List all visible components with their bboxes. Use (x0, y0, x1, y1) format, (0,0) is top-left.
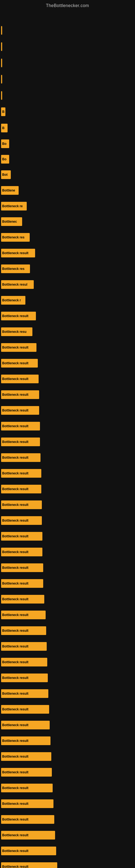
site-title: TheBottlenecker.com (0, 0, 135, 10)
bar-row: Bottleneck result (1, 484, 41, 494)
bar-row: Bottleneck result (1, 358, 38, 368)
bar-row: Bottlene (1, 185, 18, 195)
bar-label: B (2, 110, 5, 114)
bottleneck-bar (1, 59, 2, 67)
bottleneck-bar: Bottleneck result (1, 705, 49, 714)
bar-label: Bottleneck resul (2, 283, 27, 286)
bar-row: B (1, 123, 8, 133)
bar-row: Bottleneck result (1, 783, 53, 793)
bottleneck-bar: Bottleneck result (1, 737, 50, 745)
bottleneck-bar: Bottleneck resul (1, 280, 34, 289)
bar-row: Bottleneck result (1, 704, 49, 714)
bottleneck-bar: Bottleneck result (1, 249, 35, 257)
bar-row: Bottleneck result (1, 374, 39, 384)
bar-row: Bottleneck result (1, 342, 37, 352)
bottleneck-bar: Bottleneck result (1, 437, 40, 446)
bar-row: B (1, 106, 5, 117)
bottleneck-bar: Bottleneck result (1, 548, 42, 556)
bar-label: Bottleneck result (2, 487, 28, 491)
bottleneck-bar: Bottleneck result (1, 846, 56, 855)
bar-row (1, 90, 2, 101)
bar-row: Bo (1, 154, 9, 164)
bar-row: Bottleneck result (1, 814, 54, 825)
bottleneck-bar: B (1, 107, 5, 116)
bar-label: Bot (2, 173, 8, 177)
bar-row: Bottleneck result (1, 405, 39, 415)
bottleneck-bar: Bottleneck result (1, 674, 48, 682)
bar-row: Bottleneck resul (1, 279, 34, 290)
bar-label: Bottleneck result (2, 503, 28, 507)
bottleneck-bar (1, 75, 2, 84)
bottleneck-bar: Bottleneck result (1, 752, 51, 761)
bar-row: Bottleneck result (1, 688, 48, 699)
bar-row: Bottleneck res (1, 264, 30, 274)
bar-row (1, 74, 2, 84)
bar-label: Bottleneck result (2, 408, 28, 412)
bottleneck-bar: Bottleneck result (1, 390, 39, 399)
bottleneck-bar: Bottleneck result (1, 516, 42, 525)
bottleneck-bar: Bottleneck result (1, 768, 52, 777)
bar-row (1, 25, 2, 35)
bottleneck-bar: Bottleneck result (1, 375, 39, 383)
bar-label: Bottleneck result (2, 471, 28, 475)
bottleneck-bar: Bottleneck result (1, 626, 46, 635)
bottleneck-bar: Bottleneck result (1, 721, 50, 730)
bar-row: Bottleneck result (1, 830, 55, 840)
bar-label: Bottleneck result (2, 755, 28, 758)
bar-row: Bottleneck result (1, 641, 47, 652)
bottleneck-bar: Bottleneck result (1, 799, 53, 808)
bar-row (1, 58, 2, 68)
bottleneck-bar: Bo (1, 140, 9, 148)
bar-label: Bottleneck result (2, 833, 28, 837)
bar-label: Bottleneck result (2, 676, 28, 680)
bar-label: Bottleneck result (2, 361, 28, 365)
bar-label: Bottleneck result (2, 817, 28, 822)
bar-label: Bottleneck res (2, 236, 25, 239)
bar-row: Bottleneck result (1, 390, 39, 400)
bottleneck-bar: Bottleneck result (1, 500, 42, 509)
bar-row: Bottleneck result (1, 610, 46, 620)
bar-label: Bottleneck result (2, 707, 28, 711)
bottleneck-bar: Bottleneck result (1, 312, 36, 320)
bar-label: Bottleneck result (2, 660, 28, 664)
bottleneck-bar: Bottleneck result (1, 422, 40, 431)
bar-row: Bottleneck result (1, 248, 35, 258)
bar-label: Bottlenec (2, 220, 17, 223)
bar-label: Bottleneck result (2, 802, 28, 806)
bar-label: Bottleneck result (2, 456, 28, 460)
bar-label: Bottleneck result (2, 613, 28, 617)
bottleneck-bar (1, 91, 2, 100)
bottleneck-bar: Bottleneck result (1, 611, 46, 619)
bar-label: Bottleneck re (2, 204, 23, 208)
bar-row: Bottleneck result (1, 767, 52, 777)
bottleneck-bar: Bottleneck result (1, 784, 53, 792)
bar-label: Bottleneck result (2, 424, 28, 428)
bar-label: Bottleneck result (2, 865, 28, 868)
bar-row: Bottleneck result (1, 594, 44, 604)
bottleneck-bar: Bottleneck re (1, 202, 27, 211)
bar-label: Bottleneck result (2, 346, 28, 349)
bar-row: Bottleneck result (1, 720, 50, 730)
bottleneck-bar (1, 26, 2, 35)
bar-row: Bottleneck result (1, 516, 42, 526)
bar-row: Bo (1, 138, 9, 149)
bar-row: Bottleneck result (1, 846, 56, 856)
bottleneck-bar: Bottlenec (1, 217, 22, 226)
bottleneck-bar: Bottleneck result (1, 642, 47, 651)
bar-row: Bot (1, 169, 11, 180)
bar-row: Bottleneck result (1, 657, 47, 667)
bar-row: Bottleneck result (1, 547, 42, 557)
bar-label: Bottleneck result (2, 597, 28, 601)
bar-label: Bottleneck result (2, 692, 28, 695)
bar-label: Bottlene (2, 188, 15, 192)
bar-label: Bottleneck r (2, 299, 21, 302)
bar-label: Bottleneck result (2, 251, 28, 255)
bar-row: Bottleneck r (1, 295, 26, 305)
bar-row: Bottleneck result (1, 311, 36, 321)
bottleneck-bar: Bottleneck result (1, 862, 57, 868)
bar-row: Bottleneck result (1, 751, 51, 762)
bottleneck-bar: Bottleneck resu (1, 328, 32, 336)
bottleneck-bar (1, 42, 2, 51)
bar-label: Bottleneck result (2, 534, 28, 538)
bar-label: Bottleneck result (2, 393, 28, 397)
